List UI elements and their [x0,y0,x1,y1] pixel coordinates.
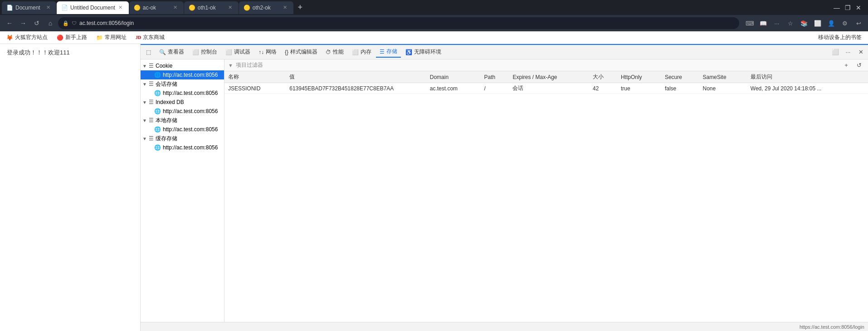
tab-untitled-document[interactable]: 📄 Untitled Document ✕ [57,1,129,14]
dt-debugger-label: 调试器 [234,48,250,56]
devtools-content: ▼ ☰ Cookie 🌐 http://ac.test.com:8056 ▼ ☰… [141,59,868,322]
tree-local-ac-label: http://ac.test.com:8056 [163,126,218,133]
bookmark-common-sites[interactable]: 📁 常用网址 [93,33,129,42]
reload-button[interactable]: ↺ [31,17,43,29]
tree-cookie-icon: ☰ [149,63,154,69]
dt-performance-label: 性能 [333,48,344,56]
undo-button[interactable]: ↩ [853,17,864,29]
col-httponly[interactable]: HttpOnly [617,71,661,83]
col-size[interactable]: 大小 [589,71,617,83]
dt-console-button[interactable]: ⬜ 控制台 [189,47,221,57]
tree-local-section[interactable]: ▼ ☰ 本地存储 [141,116,224,125]
dt-style-editor-button[interactable]: {} 样式编辑器 [281,47,321,57]
tree-indexeddb-ac[interactable]: 🌐 http://ac.test.com:8056 [141,107,224,116]
add-item-button[interactable]: + [841,60,852,71]
dt-pick-button[interactable]: ⬚ [142,48,155,57]
dt-memory-button[interactable]: ⬜ 内存 [348,47,375,57]
dt-accessibility-button[interactable]: ♿ 无障碍环境 [402,47,445,57]
tab-document[interactable]: 📄 Document ✕ [2,1,56,14]
library-button[interactable]: 📚 [798,17,810,29]
filter-icon: ▼ [228,63,233,68]
dt-more-button[interactable]: ··· [843,47,853,58]
col-last-accessed[interactable]: 最后访问 [747,71,868,83]
page-welcome-text: 登录成功！！！欢迎111 [7,49,133,57]
home-button[interactable]: ⌂ [44,17,56,29]
tab-ac-ok-close[interactable]: ✕ [172,4,179,11]
col-secure[interactable]: Secure [661,71,699,83]
dt-debugger-icon: ⬜ [225,49,232,55]
dt-network-label: 网络 [266,48,277,56]
bookmark-jd[interactable]: JD 京东商城 [133,33,167,42]
tree-indexeddb-arrow: ▼ [142,100,149,105]
tab-oth2-ok-close[interactable]: ✕ [282,4,289,11]
dt-storage-button[interactable]: ☰ 存储 [376,46,401,58]
address-bar[interactable]: 🔒 🛡 ac.test.com:8056/login [58,17,739,29]
tree-cookie-ac-icon: 🌐 [154,72,161,78]
storage-table-area: ▼ 项目过滤器 + ↺ 名称 值 Domain Path [224,59,868,322]
bookmark-star-button[interactable]: ☆ [785,17,796,29]
tree-cache-arrow: ▼ [142,136,149,141]
tab-oth2-ok[interactable]: 🟡 oth2-ok ✕ [239,1,293,14]
tree-session-arrow: ▼ [142,82,149,87]
tree-cookie-section[interactable]: ▼ ☰ Cookie [141,61,224,70]
new-tab-button[interactable]: + [294,1,307,14]
dt-style-editor-icon: {} [285,49,288,55]
mobile-bookmarks[interactable]: 移动设备上的书签 [815,33,864,42]
forward-button[interactable]: → [17,17,29,29]
bookmark-firefox-official[interactable]: 🦊 火狐官方站点 [4,33,50,42]
dt-dock-button[interactable]: ⬜ [830,47,841,58]
nav-actions: ⌨ 📖 ··· ☆ 📚 ⬜ 👤 ⚙ ↩ [744,17,864,29]
col-value[interactable]: 值 [286,71,426,83]
col-path[interactable]: Path [481,71,509,83]
col-domain[interactable]: Domain [426,71,481,83]
tree-local-ac[interactable]: 🌐 http://ac.test.com:8056 [141,125,224,134]
search-shortcuts-button[interactable]: ⌨ [744,17,756,29]
url-text: ac.test.com:8056/login [79,20,134,26]
tree-session-section[interactable]: ▼ ☰ 会话存储 [141,79,224,89]
tab-untitled-close[interactable]: ✕ [117,4,124,11]
main-area: 登录成功！！！欢迎111 ⬚ 🔍 查看器 ⬜ 控制台 ⬜ 调试器 ↑↓ 网络 [0,44,868,331]
reader-view-button[interactable]: 📖 [757,17,769,29]
tree-cookie-arrow: ▼ [142,64,149,69]
bookmark-new-user[interactable]: 🔴 新手上路 [54,33,90,42]
dt-accessibility-icon: ♿ [405,49,412,55]
cookie-table: 名称 值 Domain Path Expires / Max-Age 大小 Ht… [224,71,868,94]
filter-placeholder-text: 项目过滤器 [236,61,263,69]
tab-document-label: Document [15,5,43,11]
extensions-button[interactable]: ⚙ [839,17,851,29]
dt-performance-button[interactable]: ⏱ 性能 [322,47,347,57]
restore-button[interactable]: ❐ [844,4,852,12]
bookmarks-bar: 🦊 火狐官方站点 🔴 新手上路 📁 常用网址 JD 京东商城 移动设备上的书签 [0,31,868,44]
table-row[interactable]: JSESSIONID613945EBAD7F732B451828E77C8EB7… [224,83,868,94]
tree-indexeddb-section[interactable]: ▼ ☰ Indexed DB [141,98,224,107]
col-samesite[interactable]: SameSite [699,71,747,83]
minimize-button[interactable]: — [833,4,841,12]
tab-document-close[interactable]: ✕ [44,4,52,11]
tree-cache-ac[interactable]: 🌐 http://ac.test.com:8056 [141,143,224,152]
tree-cookie-ac[interactable]: 🌐 http://ac.test.com:8056 [141,70,224,79]
bookmark-common-sites-label: 常用网址 [105,34,127,41]
dt-inspector-label: 查看器 [168,48,184,56]
tab-ac-ok[interactable]: 🟡 ac-ok ✕ [129,1,184,14]
dt-memory-label: 内存 [361,48,371,56]
tab-ac-ok-icon: 🟡 [134,5,140,11]
dt-inspector-button[interactable]: 🔍 查看器 [156,47,188,57]
tab-oth1-ok-close[interactable]: ✕ [227,4,234,11]
tree-cache-section[interactable]: ▼ ☰ 缓存存储 [141,134,224,143]
status-url: https://ac.test.com:8056/login [800,324,864,330]
tree-session-ac[interactable]: 🌐 http://ac.test.com:8056 [141,89,224,98]
account-button[interactable]: 👤 [825,17,837,29]
more-button[interactable]: ··· [771,17,783,29]
tab-oth1-ok[interactable]: 🟡 oth1-ok ✕ [184,1,239,14]
refresh-button[interactable]: ↺ [853,60,864,71]
tabs-button[interactable]: ⬜ [812,17,824,29]
col-expires[interactable]: Expires / Max-Age [509,71,589,83]
close-button[interactable]: ✕ [854,4,863,12]
tree-indexeddb-icon: ☰ [149,99,154,105]
dt-network-button[interactable]: ↑↓ 网络 [255,47,280,57]
dt-debugger-button[interactable]: ⬜ 调试器 [222,47,254,57]
dt-close-button[interactable]: ✕ [855,47,866,58]
back-button[interactable]: ← [4,17,15,29]
col-name[interactable]: 名称 [224,71,286,83]
storage-tree: ▼ ☰ Cookie 🌐 http://ac.test.com:8056 ▼ ☰… [141,59,224,322]
